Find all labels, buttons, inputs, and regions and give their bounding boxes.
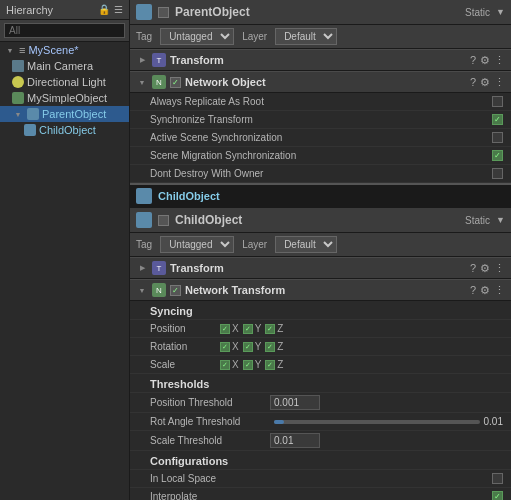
sync-axes: X Y Z [220, 323, 283, 334]
expand-nettransform-icon[interactable] [136, 284, 148, 296]
active-checkbox[interactable] [158, 7, 169, 18]
prop-value [492, 473, 503, 484]
more-icon[interactable]: ⋮ [494, 284, 505, 297]
rot-y-tick [243, 342, 253, 352]
static-dropdown-arrow[interactable]: ▼ [496, 7, 505, 17]
syncing-section-header: Syncing [130, 301, 511, 320]
settings-icon[interactable]: ⚙ [480, 76, 490, 89]
scale-z-check[interactable]: Z [265, 359, 283, 370]
help-icon[interactable]: ? [470, 54, 476, 66]
tree-item-parentobject[interactable]: ParentObject [0, 106, 129, 122]
prop-dont-destroy: Dont Destroy With Owner [130, 165, 511, 183]
pos-z-check[interactable]: Z [265, 323, 283, 334]
netobj-active-checkbox[interactable]: ✓ [170, 77, 181, 88]
tree-item-mysimpleobject[interactable]: MySimpleObject [0, 90, 129, 106]
expand-netobj-icon[interactable] [136, 76, 148, 88]
rot-x-check[interactable]: X [220, 341, 239, 352]
child-tag-dropdown[interactable]: Untagged [160, 236, 234, 253]
child-name-input[interactable] [175, 213, 459, 227]
more-icon[interactable]: ⋮ [494, 76, 505, 89]
lock-icon[interactable]: 🔒 [98, 4, 110, 15]
tag-dropdown[interactable]: Untagged [160, 28, 234, 45]
active-scene-sync-checkbox[interactable] [492, 132, 503, 143]
pos-y-check[interactable]: Y [243, 323, 262, 334]
transform-icon: T [152, 261, 166, 275]
menu-icon[interactable]: ☰ [114, 4, 123, 15]
rot-y-check[interactable]: Y [243, 341, 262, 352]
always-replicate-checkbox[interactable] [492, 96, 503, 107]
scale-x-check[interactable]: X [220, 359, 239, 370]
more-icon[interactable]: ⋮ [494, 262, 505, 275]
scale-threshold-input[interactable] [270, 433, 320, 448]
prop-active-scene-sync: Active Scene Synchronization [130, 129, 511, 147]
child-separator-label: ChildObject [158, 190, 220, 202]
help-icon[interactable]: ? [470, 284, 476, 296]
component-actions: ? ⚙ ⋮ [470, 54, 505, 67]
interpolate-checkbox[interactable] [492, 491, 503, 500]
prefab-icon [24, 124, 36, 136]
nettransform-active-checkbox[interactable]: ✓ [170, 285, 181, 296]
object-name-input[interactable] [175, 5, 459, 19]
scale-threshold-label: Scale Threshold [150, 435, 270, 446]
layer-label: Layer [242, 31, 267, 42]
camera-icon [12, 60, 24, 72]
prop-label: Scene Migration Synchronization [150, 150, 492, 161]
configurations-label: Configurations [150, 455, 228, 467]
tree-item-directional-light[interactable]: Directional Light [0, 74, 129, 90]
expand-transform-icon[interactable] [136, 54, 148, 66]
x-axis-label: X [232, 341, 239, 352]
in-local-space-checkbox[interactable] [492, 473, 503, 484]
settings-icon[interactable]: ⚙ [480, 54, 490, 67]
pos-x-check[interactable]: X [220, 323, 239, 334]
sync-transform-checkbox[interactable] [492, 114, 503, 125]
scale-threshold-row: Scale Threshold [130, 431, 511, 451]
prop-value [492, 132, 503, 143]
inspector-panel: Static ▼ Tag Untagged Layer Default T Tr… [130, 0, 511, 500]
rot-angle-slider-track[interactable] [274, 420, 480, 424]
child-tag-layer-row: Tag Untagged Layer Default [130, 233, 511, 257]
tag-label: Tag [136, 31, 152, 42]
tree-item-childobject[interactable]: ChildObject [0, 122, 129, 138]
prop-label: Synchronize Transform [150, 114, 492, 125]
tree-item-myscene[interactable]: ≡ MyScene* [0, 42, 129, 58]
prop-value [492, 114, 503, 125]
z-axis-label: Z [277, 323, 283, 334]
tree-label: Directional Light [27, 76, 106, 88]
tree-label: MyScene* [28, 44, 78, 56]
layer-label: Layer [242, 239, 267, 250]
hierarchy-header: Hierarchy 🔒 ☰ [0, 0, 129, 20]
scene-migration-sync-checkbox[interactable] [492, 150, 503, 161]
object-icon [136, 188, 152, 204]
help-icon[interactable]: ? [470, 262, 476, 274]
light-icon [12, 76, 24, 88]
layer-dropdown[interactable]: Default [275, 28, 337, 45]
help-icon[interactable]: ? [470, 76, 476, 88]
z-axis-label: Z [277, 359, 283, 370]
position-threshold-input[interactable] [270, 395, 320, 410]
scale-y-tick [243, 360, 253, 370]
pos-x-tick [220, 324, 230, 334]
expand-transform-icon[interactable] [136, 262, 148, 274]
sync-scale-label: Scale [150, 359, 220, 370]
child-active-checkbox[interactable] [158, 215, 169, 226]
dont-destroy-checkbox[interactable] [492, 168, 503, 179]
tree-item-main-camera[interactable]: Main Camera [0, 58, 129, 74]
static-label: Static [465, 7, 490, 18]
settings-icon[interactable]: ⚙ [480, 284, 490, 297]
static-dropdown-arrow[interactable]: ▼ [496, 215, 505, 225]
child-transform-component-header: T Transform ? ⚙ ⋮ [130, 257, 511, 279]
child-layer-dropdown[interactable]: Default [275, 236, 337, 253]
scale-y-check[interactable]: Y [243, 359, 262, 370]
expand-arrow-icon [4, 44, 16, 56]
more-icon[interactable]: ⋮ [494, 54, 505, 67]
rot-z-check[interactable]: Z [265, 341, 283, 352]
prop-interpolate: Interpolate [130, 488, 511, 500]
settings-icon[interactable]: ⚙ [480, 262, 490, 275]
position-threshold-row: Position Threshold [130, 393, 511, 413]
sync-position-row: Position X Y Z [130, 320, 511, 338]
hierarchy-search-bar [0, 20, 129, 42]
search-input[interactable] [4, 23, 125, 38]
prop-label: Interpolate [150, 491, 492, 500]
scale-z-tick [265, 360, 275, 370]
child-obj-separator: ChildObject [130, 183, 511, 208]
